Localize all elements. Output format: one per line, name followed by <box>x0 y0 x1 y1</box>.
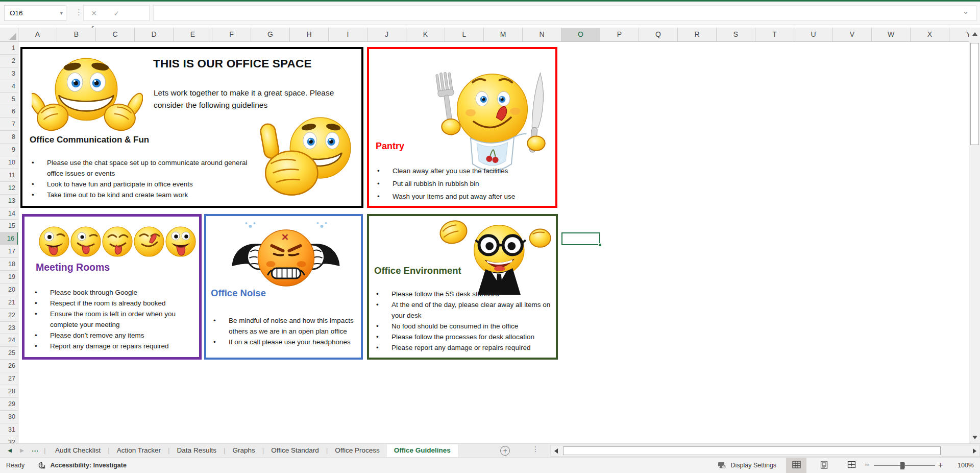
column-header-R[interactable]: R <box>678 28 717 42</box>
column-header-F[interactable]: F <box>212 28 251 42</box>
row-header-25[interactable]: 25 <box>0 347 18 360</box>
scroll-down-button[interactable] <box>969 431 980 443</box>
column-header-Y[interactable]: Y <box>949 28 969 42</box>
scroll-up-button[interactable] <box>969 28 980 40</box>
column-header-N[interactable]: N <box>523 28 561 42</box>
meeting-rooms-box[interactable]: Meeting Rooms Please book through Google… <box>22 214 202 360</box>
tab-bar-menu-icon[interactable]: ⋮ <box>532 445 538 453</box>
office-space-box[interactable]: THIS IS OUR OFFICE SPACE Lets work toget… <box>20 47 363 208</box>
row-header-6[interactable]: 6 <box>0 105 18 118</box>
row-header-20[interactable]: 20 <box>0 283 18 296</box>
column-header-P[interactable]: P <box>600 28 639 42</box>
vertical-scrollbar[interactable] <box>969 28 980 443</box>
row-header-26[interactable]: 26 <box>0 360 18 372</box>
column-header-H[interactable]: H <box>290 28 329 42</box>
name-box-dropdown-icon[interactable]: ▾ <box>60 6 63 20</box>
cancel-icon[interactable]: ✕ <box>84 6 104 21</box>
row-header-2[interactable]: 2 <box>0 55 18 67</box>
zoom-slider-handle[interactable] <box>900 462 904 469</box>
column-header-X[interactable]: X <box>911 28 949 42</box>
row-header-31[interactable]: 31 <box>0 423 18 436</box>
row-header-8[interactable]: 8 <box>0 131 18 144</box>
row-header-7[interactable]: 7 <box>0 118 18 131</box>
column-header-E[interactable]: E <box>174 28 212 42</box>
sheet-tab-office-guidelines[interactable]: Office Guidelines <box>387 444 458 458</box>
zoom-slider[interactable] <box>874 458 935 473</box>
page-break-view-button[interactable] <box>841 458 862 473</box>
row-header-16[interactable]: 16 <box>0 232 18 245</box>
row-header-15[interactable]: 15 <box>0 220 18 232</box>
thumbs-up-emoji-image[interactable] <box>253 110 361 204</box>
row-header-1[interactable]: 1 <box>0 42 18 55</box>
row-header-32[interactable]: 32 <box>0 436 18 443</box>
scroll-left-button[interactable] <box>551 445 561 456</box>
hungry-emoji-image[interactable] <box>429 59 556 179</box>
row-header-28[interactable]: 28 <box>0 385 18 398</box>
excited-suit-emoji-image[interactable] <box>433 217 554 295</box>
office-noise-box[interactable]: Office Noise Be mindful of noise and how… <box>204 214 363 360</box>
sheet-tab-office-standard[interactable]: Office Standard <box>264 444 326 458</box>
row-header-11[interactable]: 11 <box>0 169 18 182</box>
scroll-right-button[interactable] <box>969 445 979 456</box>
column-header-M[interactable]: M <box>484 28 523 42</box>
tab-scroll-right-button[interactable]: ▶ <box>16 444 28 458</box>
normal-view-button[interactable] <box>786 458 806 473</box>
row-header-17[interactable]: 17 <box>0 245 18 258</box>
row-header-22[interactable]: 22 <box>0 309 18 322</box>
row-header-3[interactable]: 3 <box>0 67 18 80</box>
row-header-9[interactable]: 9 <box>0 144 18 156</box>
tab-scroll-left-button[interactable]: ◀ <box>4 444 15 458</box>
row-header-24[interactable]: 24 <box>0 334 18 347</box>
column-header-S[interactable]: S <box>717 28 755 42</box>
column-header-T[interactable]: T <box>755 28 794 42</box>
column-header-J[interactable]: J <box>368 28 406 42</box>
row-header-13[interactable]: 13 <box>0 195 18 207</box>
row-header-19[interactable]: 19 <box>0 271 18 283</box>
formula-input[interactable]: ⌄ <box>153 5 976 21</box>
column-header-O[interactable]: O <box>561 28 600 42</box>
name-box[interactable]: O16 ▾ <box>4 5 66 21</box>
enter-icon[interactable]: ✓ <box>106 6 127 21</box>
fill-handle[interactable] <box>598 243 602 247</box>
column-header-V[interactable]: V <box>833 28 872 42</box>
zoom-in-button[interactable]: + <box>938 458 943 472</box>
row-header-5[interactable]: 5 <box>0 93 18 106</box>
sheet-tab-office-process[interactable]: Office Process <box>328 444 387 458</box>
zoom-level[interactable]: 100% <box>949 458 974 473</box>
accessibility-status[interactable]: Accessibility: Investigate <box>38 458 127 473</box>
tongue-out-emojis-image[interactable] <box>38 223 196 259</box>
page-layout-view-button[interactable] <box>814 458 834 473</box>
sheet-tab-action-tracker[interactable]: Action Tracker <box>110 444 168 458</box>
column-header-W[interactable]: W <box>872 28 911 42</box>
pantry-box[interactable]: Pantry Clean away after you use the faci… <box>367 47 557 208</box>
row-header-23[interactable]: 23 <box>0 322 18 335</box>
row-header-29[interactable]: 29 <box>0 398 18 411</box>
row-header-27[interactable]: 27 <box>0 372 18 385</box>
display-settings-button[interactable]: Display Settings <box>718 458 776 473</box>
horizontal-scroll-thumb[interactable] <box>563 446 941 455</box>
select-all-button[interactable] <box>0 28 18 42</box>
row-header-21[interactable]: 21 <box>0 296 18 309</box>
row-header-12[interactable]: 12 <box>0 182 18 195</box>
vertical-scroll-thumb[interactable] <box>970 43 979 145</box>
sheet-tab-graphs[interactable]: Graphs <box>225 444 262 458</box>
zoom-out-button[interactable]: − <box>865 458 870 472</box>
column-header-I[interactable]: I <box>329 28 368 42</box>
column-header-A[interactable]: A <box>18 28 57 42</box>
row-header-10[interactable]: 10 <box>0 156 18 169</box>
column-header-U[interactable]: U <box>794 28 833 42</box>
new-sheet-button[interactable]: + <box>500 446 510 456</box>
office-environment-box[interactable]: Office Environment Please follow the 5S … <box>367 214 558 360</box>
column-header-D[interactable]: D <box>135 28 174 42</box>
formula-bar-expand-icon[interactable]: ⌄ <box>963 4 969 19</box>
sheet-tab-data-results[interactable]: Data Results <box>170 444 224 458</box>
row-header-18[interactable]: 18 <box>0 258 18 271</box>
column-header-B[interactable]: B <box>57 28 96 42</box>
column-header-L[interactable]: L <box>445 28 484 42</box>
angry-noise-emoji-image[interactable] <box>231 219 341 296</box>
column-header-C[interactable]: C <box>96 28 135 42</box>
sheet-tab-audit-checklist[interactable]: Audit Checklist <box>48 444 108 458</box>
row-header-14[interactable]: 14 <box>0 207 18 220</box>
row-header-30[interactable]: 30 <box>0 411 18 423</box>
sheet-grid[interactable]: THIS IS OUR OFFICE SPACE Lets work toget… <box>18 42 969 443</box>
